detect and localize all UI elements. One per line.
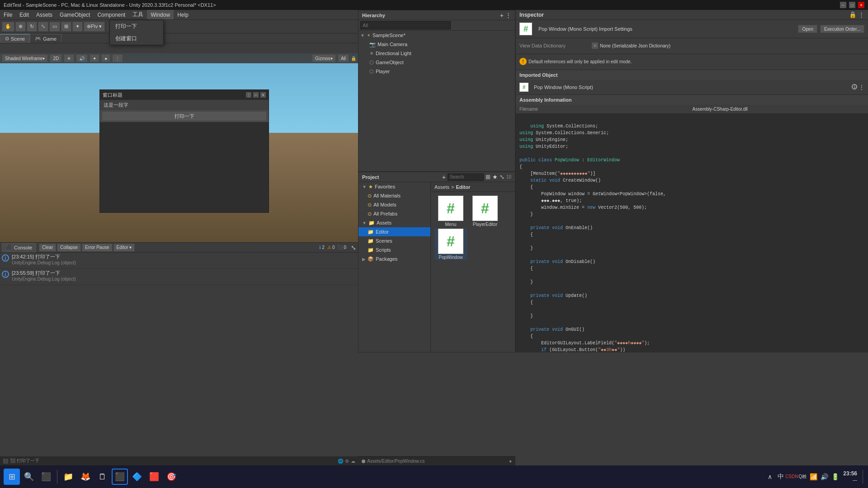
lighting-btn[interactable]: ☀ bbox=[64, 54, 74, 62]
hierarchy-item-camera[interactable]: 📷 Main Camera bbox=[359, 40, 515, 49]
taskbar-time[interactable]: 23:56 — bbox=[843, 470, 857, 484]
asset-menu[interactable]: # Menu bbox=[434, 196, 467, 227]
menu-component[interactable]: Component bbox=[94, 10, 129, 19]
hierarchy-item-gameobject[interactable]: ⬡ GameObject bbox=[359, 58, 515, 67]
project-icon-btn[interactable]: ⊞ bbox=[486, 174, 491, 180]
console-tab[interactable]: ⬛ Console bbox=[2, 243, 36, 252]
tray-arrow[interactable]: ∧ bbox=[765, 472, 774, 481]
project-assets-root[interactable]: ▼ 📁 Assets bbox=[359, 218, 430, 227]
tray-keyboard[interactable]: 中 bbox=[776, 472, 785, 481]
menu-tools[interactable]: 工具 bbox=[129, 10, 147, 19]
audio-btn[interactable]: 🔊 bbox=[76, 54, 88, 62]
ctx-item-create[interactable]: 创建窗口 bbox=[110, 33, 163, 45]
project-folder-tree: ▼ ★ Favorites ⊙ All Materials ⊙ All Mode… bbox=[359, 182, 431, 352]
inspector-header-controls: 🔒 ⋮ bbox=[849, 11, 864, 18]
tray-csdn[interactable]: CSDN bbox=[787, 472, 796, 481]
project-search-input[interactable] bbox=[448, 174, 484, 181]
menu-file[interactable]: File bbox=[0, 10, 16, 19]
toolbar-hand[interactable]: ✋ bbox=[2, 22, 14, 32]
exec-order-button[interactable]: Execution Order... bbox=[820, 25, 864, 33]
taskbar-files[interactable]: 🗒 bbox=[94, 469, 111, 485]
taskbar-vs[interactable]: 🔷 bbox=[129, 469, 145, 485]
popup-more-btn[interactable]: ⋮ bbox=[246, 92, 251, 98]
project-folder-scenes[interactable]: 📁 Scenes bbox=[359, 236, 430, 245]
assembly-info-header[interactable]: Assembly Information bbox=[516, 95, 868, 105]
console-error-pause-btn[interactable]: Error Pause bbox=[82, 244, 112, 252]
toolbar-scale[interactable]: ⤡ bbox=[38, 22, 48, 32]
asset-player-editor[interactable]: # PlayerEditor bbox=[469, 196, 501, 227]
maximize-button[interactable]: □ bbox=[849, 2, 855, 8]
toolbar-rotate[interactable]: ↻ bbox=[27, 22, 37, 32]
project-packages[interactable]: ▶ 📦 Packages bbox=[359, 254, 430, 263]
taskbar-app1[interactable]: 🎯 bbox=[163, 469, 179, 485]
project-favorites[interactable]: ▼ ★ Favorites bbox=[359, 182, 430, 191]
project-all-models[interactable]: ⊙ All Models bbox=[359, 200, 430, 209]
console-entry-1[interactable]: ℹ [23:55:59] 打印了一下 UnityEngine.Debug:Log… bbox=[0, 269, 358, 285]
menu-window[interactable]: Window bbox=[147, 10, 174, 19]
project-folder-scripts[interactable]: 📁 Scripts bbox=[359, 245, 430, 254]
console-clear-btn[interactable]: Clear bbox=[39, 244, 56, 252]
hierarchy-menu-btn[interactable]: ⋮ bbox=[505, 12, 511, 19]
project-all-prefabs[interactable]: ⊙ All Prefabs bbox=[359, 209, 430, 218]
toolbar-custom[interactable]: ✦ bbox=[72, 22, 83, 32]
inspector-lock-btn[interactable]: 🔒 bbox=[849, 11, 857, 18]
menu-edit[interactable]: Edit bbox=[16, 10, 33, 19]
hierarchy-add-btn[interactable]: + bbox=[500, 12, 504, 19]
console-expand-btn[interactable]: ⤡ bbox=[351, 244, 356, 251]
start-button[interactable]: ⊞ bbox=[4, 469, 20, 485]
hierarchy-scene-root[interactable]: ▼ ⚬ SampleScene* bbox=[359, 31, 515, 40]
taskbar-explorer[interactable]: 📁 bbox=[60, 469, 76, 485]
project-folder-editor[interactable]: 📁 Editor bbox=[359, 227, 430, 236]
all-layers-btn[interactable]: All bbox=[338, 54, 349, 62]
console-editor-btn[interactable]: Editor ▾ bbox=[113, 244, 135, 252]
toolbar-rect[interactable]: ▭ bbox=[49, 22, 60, 32]
ctx-item-print[interactable]: 打印一下 bbox=[110, 20, 163, 33]
close-button[interactable]: × bbox=[858, 2, 864, 8]
imported-object-header[interactable]: Imported Object bbox=[516, 70, 868, 80]
popup-print-button[interactable]: 打印一下 bbox=[102, 111, 267, 121]
project-add-btn[interactable]: + bbox=[442, 174, 446, 181]
taskview-button[interactable]: ⬛ bbox=[38, 469, 54, 485]
console-collapse-btn[interactable]: Collapse bbox=[57, 244, 81, 252]
light-icon: ☀ bbox=[369, 51, 374, 56]
menu-assets[interactable]: Assets bbox=[33, 10, 56, 19]
tray-wifi[interactable]: 📶 bbox=[809, 472, 818, 481]
minimize-button[interactable]: − bbox=[840, 2, 846, 8]
project-all-materials[interactable]: ⊙ All Materials bbox=[359, 191, 430, 200]
window-controls: − □ × bbox=[840, 2, 864, 8]
project-star-btn[interactable]: ★ bbox=[492, 174, 498, 180]
search-button[interactable]: 🔍 bbox=[21, 469, 37, 485]
hidden-btn[interactable]: ● bbox=[101, 54, 110, 62]
popup-close-btn[interactable]: × bbox=[260, 92, 266, 98]
popup-title-bar[interactable]: 窗口标题 ⋮ − × bbox=[100, 90, 269, 100]
inspector-menu-btn[interactable]: ⋮ bbox=[859, 11, 864, 18]
scene-settings-btn[interactable]: ⋮ bbox=[112, 54, 123, 62]
toolbar-move[interactable]: ⊕ bbox=[15, 22, 26, 32]
hierarchy-item-light[interactable]: ☀ Directional Light bbox=[359, 49, 515, 58]
2d-btn[interactable]: 2D bbox=[50, 54, 62, 62]
popup-min-btn[interactable]: − bbox=[253, 92, 259, 98]
menu-gameobject[interactable]: GameObject bbox=[56, 10, 94, 19]
hierarchy-search-input[interactable] bbox=[360, 21, 451, 29]
fx-btn[interactable]: ✦ bbox=[90, 54, 99, 62]
toolbar-pivot[interactable]: ⊕Piv ▾ bbox=[84, 22, 105, 32]
toolbar-transform[interactable]: ⊞ bbox=[61, 22, 71, 32]
tray-speaker[interactable]: 🔊 bbox=[820, 472, 829, 481]
all-mat-icon: ⊙ bbox=[368, 193, 372, 199]
gizmos-btn[interactable]: Gizmos ▾ bbox=[312, 54, 336, 62]
project-expand-btn[interactable]: ⤡ bbox=[500, 174, 505, 180]
hierarchy-item-player[interactable]: ⬡ Player bbox=[359, 67, 515, 76]
show-desktop-btn[interactable] bbox=[863, 470, 864, 483]
tray-battery[interactable]: 🔋 bbox=[830, 472, 840, 481]
asset-pop-window[interactable]: # PopWindow bbox=[434, 229, 467, 260]
console-entry-0[interactable]: ℹ [23:42:15] 打印了一下 UnityEngine.Debug:Log… bbox=[0, 253, 358, 269]
taskbar-rider[interactable]: 🟥 bbox=[146, 469, 162, 485]
tab-game[interactable]: 🎮 Game bbox=[30, 34, 61, 43]
taskbar-store[interactable]: ⬛ bbox=[112, 469, 128, 485]
open-button[interactable]: Open bbox=[798, 25, 817, 33]
menu-help[interactable]: Help bbox=[174, 10, 192, 19]
shading-mode-btn[interactable]: Shaded Wireframe ▾ bbox=[2, 54, 48, 62]
tab-scene[interactable]: ⊙ Scene bbox=[0, 34, 30, 43]
taskbar-firefox[interactable]: 🦊 bbox=[77, 469, 94, 485]
tray-net[interactable]: Q赖 bbox=[798, 472, 807, 481]
